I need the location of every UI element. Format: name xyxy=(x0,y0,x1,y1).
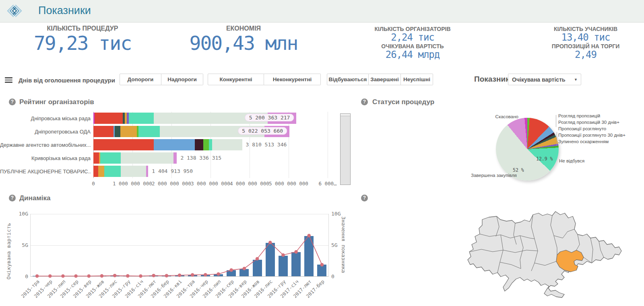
data-point[interactable] xyxy=(256,257,259,261)
statuses-title: Статуси процедур xyxy=(372,98,434,106)
kpi-procedures[interactable]: КІЛЬКІСТЬ ПРОЦЕДУР 79,23 тис xyxy=(16,25,149,54)
chevron-down-icon: ▼ xyxy=(574,78,578,82)
kpi-participants-value: 13,40 тис xyxy=(527,32,644,43)
data-point[interactable] xyxy=(217,272,220,276)
kpi-participants[interactable]: КІЛЬКІСТЬ УЧАСНИКІВ 13,40 тис ПРОПОЗИЦІЙ… xyxy=(527,26,644,60)
data-point[interactable] xyxy=(100,274,104,278)
help-icon[interactable]: ? xyxy=(361,195,368,201)
bar-segment[interactable] xyxy=(203,139,209,150)
indicator-dropdown[interactable]: Очікувана вартість ▼ xyxy=(508,74,581,85)
bar-value-label: 1 404 913 950 xyxy=(152,168,193,174)
bar-segment[interactable] xyxy=(93,126,114,137)
data-point[interactable] xyxy=(152,274,155,277)
data-point[interactable] xyxy=(113,274,117,277)
data-point[interactable] xyxy=(320,263,324,267)
filter-button-konkurentni[interactable]: Конкурентні xyxy=(208,74,264,85)
bar-segment[interactable] xyxy=(98,166,105,177)
bar-segment[interactable] xyxy=(93,166,98,177)
data-point[interactable] xyxy=(191,273,194,277)
bar-segment[interactable] xyxy=(100,152,120,164)
data-point[interactable] xyxy=(61,274,65,278)
bar-segment[interactable] xyxy=(93,152,99,164)
pie-chart-circle[interactable] xyxy=(496,118,559,181)
filter-button-vidbuvayutsya[interactable]: Відбуваються xyxy=(327,74,369,85)
help-icon[interactable]: ? xyxy=(9,195,16,201)
filter-button-dopohory[interactable]: Допороги xyxy=(120,74,161,85)
bar-segment[interactable] xyxy=(95,113,123,124)
kpi-procedures-label: КІЛЬКІСТЬ ПРОЦЕДУР xyxy=(16,25,149,32)
dynamics-title: Динаміка xyxy=(19,194,51,202)
bar-segment[interactable] xyxy=(104,166,121,177)
kpi-savings[interactable]: ЕКОНОМІЯ 900,43 млн xyxy=(169,25,318,54)
org-row-label: Дніпропетровська ОДА xyxy=(0,125,91,138)
y-tick-label: 5G xyxy=(12,242,28,248)
help-icon[interactable]: ? xyxy=(9,99,16,105)
y-tick-label: 5G xyxy=(331,242,338,248)
data-point[interactable] xyxy=(165,274,169,277)
filter-button-nekonkurentni[interactable]: Неконкурентні xyxy=(264,74,321,85)
line-series xyxy=(31,214,328,277)
bar-segment[interactable] xyxy=(120,126,137,137)
pie-slice-label: Скасовано xyxy=(475,114,518,119)
y-tick-label: 10G xyxy=(331,211,341,217)
data-point[interactable] xyxy=(243,267,246,270)
data-point[interactable] xyxy=(48,274,52,278)
data-point[interactable] xyxy=(74,274,78,278)
stacked-bar[interactable] xyxy=(93,166,148,177)
filter-group-status: Відбуваються Завершені Неуспішні xyxy=(327,74,433,85)
kpi-bids-label: ПРОПОЗИЦІЙ НА ТОРГИ xyxy=(527,43,644,49)
bar-value-label: 2 138 336 315 xyxy=(180,155,221,161)
data-point[interactable] xyxy=(229,268,233,272)
data-point[interactable] xyxy=(139,274,142,278)
data-point[interactable] xyxy=(268,241,272,244)
scrollbar[interactable] xyxy=(340,113,351,185)
kpi-procedures-value: 79,23 тис xyxy=(16,32,149,54)
bar-segment[interactable] xyxy=(138,126,160,137)
data-point[interactable] xyxy=(294,250,298,254)
org-rating-title: Рейтинг організаторів xyxy=(19,98,94,106)
bar-segment[interactable] xyxy=(121,152,173,164)
stacked-bar[interactable] xyxy=(93,152,177,164)
bar-segment[interactable] xyxy=(154,139,195,150)
filter-button-nadporohy[interactable]: Надпороги xyxy=(161,74,203,85)
org-row-label: Державне агентство автомобільних... xyxy=(0,138,91,152)
dynamics-right-axis-label: Значення показника xyxy=(341,216,347,281)
help-icon[interactable]: ? xyxy=(361,99,368,105)
kpi-savings-label: ЕКОНОМІЯ xyxy=(169,25,318,32)
pie-slice-label: Не відбувся xyxy=(559,158,584,163)
data-point[interactable] xyxy=(35,274,39,278)
filter-button-zaversheni[interactable]: Завершені xyxy=(369,74,401,85)
kpi-savings-value: 900,43 млн xyxy=(169,32,318,54)
bar-segment[interactable] xyxy=(173,152,177,164)
kpi-organizers-label: КІЛЬКІСТЬ ОРГАНІЗАТОРІВ xyxy=(354,26,471,32)
filter-button-neuspishni[interactable]: Неуспішні xyxy=(401,74,433,85)
data-point[interactable] xyxy=(307,234,311,238)
map-country-outline[interactable] xyxy=(468,212,621,298)
data-point[interactable] xyxy=(126,274,130,278)
kpi-organizers-value: 2,24 тис xyxy=(354,32,471,43)
statuses-pie-chart: Розгляд пропозиційРозгляд пропозицій 30 … xyxy=(354,109,644,189)
bar-segment[interactable] xyxy=(121,166,147,177)
menu-icon[interactable] xyxy=(5,77,12,83)
ukraine-map[interactable] xyxy=(459,200,644,305)
bar-segment[interactable] xyxy=(93,139,154,150)
bar-segment[interactable] xyxy=(195,139,203,150)
data-point[interactable] xyxy=(204,273,207,277)
bar-segment[interactable] xyxy=(209,139,212,150)
x-tick-label: 3 000 000 000 xyxy=(191,181,230,187)
pie-slice-label: Зупинено оскарженням xyxy=(558,139,609,144)
data-point[interactable] xyxy=(178,273,182,277)
pie-value-label: 12.9 % xyxy=(536,156,553,162)
org-row-label: Криворізька міська рада xyxy=(0,152,91,165)
data-point[interactable] xyxy=(281,253,285,257)
bar-segment[interactable] xyxy=(146,166,148,177)
kpi-participants-label: КІЛЬКІСТЬ УЧАСНИКІВ xyxy=(527,26,644,32)
bar-segment[interactable] xyxy=(129,113,154,124)
bar-segment[interactable] xyxy=(115,126,120,137)
dimension-listbox-label[interactable]: Днів від оголошення процедури xyxy=(19,77,115,84)
bar-segment[interactable] xyxy=(212,139,242,150)
kpi-organizers[interactable]: КІЛЬКІСТЬ ОРГАНІЗАТОРІВ 2,24 тис ОЧІКУВА… xyxy=(354,26,471,60)
app-logo-icon xyxy=(5,3,24,19)
data-point[interactable] xyxy=(87,274,91,278)
stacked-bar[interactable] xyxy=(93,139,242,150)
